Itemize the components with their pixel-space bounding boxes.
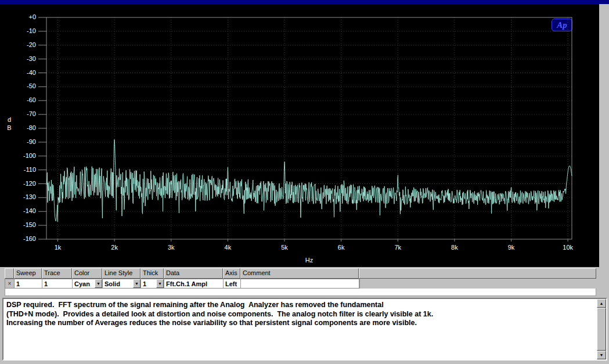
arrow-down-icon: ▼ <box>597 351 606 359</box>
y-tick-label: -70 <box>9 110 36 117</box>
empty-row-strip <box>5 289 596 296</box>
x-icon: × <box>8 280 12 287</box>
header-filler <box>359 268 596 279</box>
header-comment: Comment <box>240 268 359 279</box>
x-tick-label: 10k <box>555 244 581 251</box>
thick-combo[interactable]: 1 ▼ <box>141 279 164 288</box>
sweep-cell[interactable]: 1 <box>15 279 42 288</box>
header-trace: Trace <box>42 268 72 279</box>
y-tick-label: -150 <box>9 221 36 228</box>
color-dropdown-button[interactable]: ▼ <box>95 279 102 288</box>
x-tick-label: 6k <box>329 244 354 251</box>
y-tick-label: -10 <box>9 27 36 34</box>
header-handle-cell <box>5 268 14 279</box>
y-tick-label: -100 <box>9 152 36 159</box>
y-tick-label: -80 <box>9 124 36 131</box>
y-tick-label: -90 <box>9 138 36 145</box>
thick-dropdown-button[interactable]: ▼ <box>156 279 164 288</box>
description-panel: DSP required. FFT spectrum of the signal… <box>2 298 607 361</box>
chevron-down-icon: ▼ <box>157 280 163 287</box>
fft-plot-panel: d B +0-10-20-30-40-50-60-70-80-90-100-11… <box>0 4 599 267</box>
y-tick-label: -60 <box>9 96 36 103</box>
description-text[interactable]: DSP required. FFT spectrum of the signal… <box>6 301 594 358</box>
chevron-down-icon: ▼ <box>134 280 140 287</box>
x-tick-label: 4k <box>215 244 240 251</box>
x-tick-label: 1k <box>45 244 71 251</box>
scroll-up-button[interactable]: ▲ <box>597 299 606 308</box>
x-tick-label: 2k <box>102 244 127 251</box>
y-tick-label: +0 <box>9 13 36 20</box>
line-style-dropdown-button[interactable]: ▼ <box>133 279 140 288</box>
y-tick-label: -40 <box>9 69 36 76</box>
trace-cell[interactable]: 1 <box>42 279 73 288</box>
fft-spectrum-chart <box>46 17 572 239</box>
trace-table-row: × 1 1 Cyan ▼ Solid ▼ 1 ▼ Fft.Ch.1 Ampl L… <box>5 279 360 289</box>
header-sweep: Sweep <box>14 268 42 279</box>
description-scrollbar[interactable]: ▲ ▼ <box>597 299 606 359</box>
axis-cell[interactable]: Left <box>224 279 241 288</box>
header-thick: Thick <box>140 268 164 279</box>
thick-value: 1 <box>143 280 146 287</box>
x-tick-label: 9k <box>499 244 524 251</box>
arrow-up-icon: ▲ <box>597 300 606 307</box>
x-tick-label: 8k <box>442 244 467 251</box>
header-axis: Axis <box>223 268 240 279</box>
x-tick-label: 7k <box>385 244 410 251</box>
header-color: Color <box>72 268 102 279</box>
y-tick-label: -130 <box>9 193 36 200</box>
comment-cell[interactable] <box>241 279 359 288</box>
x-axis-unit-label: Hz <box>46 257 572 264</box>
scroll-down-button[interactable]: ▼ <box>597 351 606 359</box>
header-line-style: Line Style <box>102 268 140 279</box>
line-style-combo[interactable]: Solid ▼ <box>103 279 141 288</box>
header-data: Data <box>164 268 223 279</box>
row-delete-handle[interactable]: × <box>5 279 15 288</box>
y-tick-label: -140 <box>9 207 36 214</box>
color-combo[interactable]: Cyan ▼ <box>73 279 103 288</box>
y-tick-label: -160 <box>9 235 36 242</box>
chevron-down-icon: ▼ <box>95 280 102 287</box>
scrollbar-thumb[interactable] <box>597 308 606 351</box>
y-tick-label: -120 <box>9 180 36 187</box>
data-cell[interactable]: Fft.Ch.1 Ampl <box>164 279 224 288</box>
y-tick-label: -30 <box>9 55 36 62</box>
x-tick-label: 5k <box>272 244 297 251</box>
line-style-value: Solid <box>104 280 120 287</box>
y-tick-label: -50 <box>9 82 36 89</box>
y-tick-label: -20 <box>9 41 36 48</box>
x-tick-label: 3k <box>158 244 184 251</box>
titlebar <box>0 0 609 4</box>
trace-table-header: Sweep Trace Color Line Style Thick Data … <box>5 268 596 279</box>
color-value: Cyan <box>74 280 90 287</box>
y-tick-label: -110 <box>9 166 36 173</box>
fft-trace <box>46 139 572 222</box>
